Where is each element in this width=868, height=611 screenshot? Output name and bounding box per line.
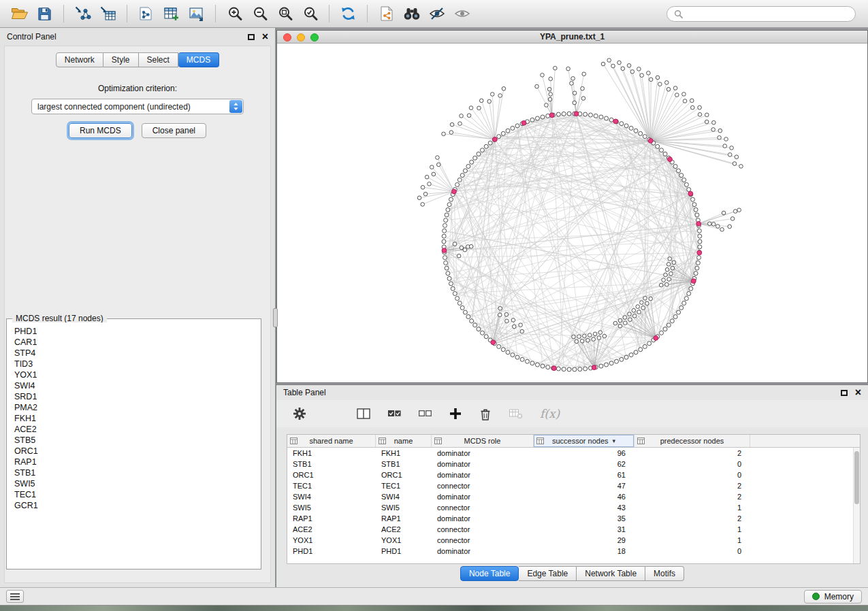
menu-button[interactable] — [6, 590, 24, 603]
close-table-panel-icon[interactable]: × — [855, 389, 861, 396]
close-panel-icon[interactable]: × — [262, 33, 268, 40]
mcds-node-item[interactable]: TID3 — [14, 359, 259, 369]
open-file-icon — [11, 6, 29, 21]
new-network-button[interactable] — [133, 2, 159, 25]
attribute-icon — [434, 437, 442, 444]
table-row[interactable]: SWI5SWI5connector431 — [287, 502, 860, 513]
function-builder-button[interactable]: f(x) — [540, 407, 560, 420]
mcds-node-item[interactable]: PMA2 — [14, 402, 259, 413]
select-all-button[interactable] — [387, 407, 402, 420]
refresh-button[interactable] — [336, 2, 361, 25]
preview-eye-button[interactable] — [449, 2, 475, 25]
close-mcds-panel-button[interactable]: Close panel — [142, 123, 206, 138]
tab-select[interactable]: Select — [139, 52, 178, 67]
optimization-select[interactable]: largest connected component (undirected) — [31, 99, 244, 114]
table-row[interactable]: PHD1PHD1dominator180 — [287, 546, 860, 557]
panel-splitter-handle[interactable] — [273, 308, 278, 327]
open-file-button[interactable] — [7, 2, 32, 25]
column-header-name[interactable]: name — [376, 435, 432, 447]
import-table-disabled-button[interactable] — [509, 407, 524, 420]
mcds-node-item[interactable]: ORC1 — [14, 446, 259, 457]
table-tab-motifs[interactable]: Motifs — [645, 566, 684, 581]
tab-mcds[interactable]: MCDS — [178, 52, 219, 67]
search-input[interactable] — [687, 9, 848, 18]
new-table-icon — [163, 5, 180, 22]
table-row[interactable]: YOX1YOX1connector291 — [287, 535, 860, 546]
mcds-node-item[interactable]: RAP1 — [14, 457, 259, 467]
zoom-fit-button[interactable] — [272, 2, 298, 25]
preview-eye-icon — [453, 6, 471, 21]
column-header-role[interactable]: MCDS role — [432, 435, 534, 447]
table-settings-button[interactable] — [293, 407, 306, 420]
add-column-button[interactable] — [449, 407, 462, 420]
minimize-window-icon[interactable] — [297, 33, 305, 42]
deselect-all-button[interactable] — [418, 407, 432, 420]
tab-style[interactable]: Style — [103, 52, 139, 67]
save-button[interactable] — [32, 2, 57, 25]
table-row[interactable]: RAP1RAP1dominator352 — [287, 513, 860, 524]
zoom-in-button[interactable] — [222, 2, 247, 25]
table-row[interactable]: STB1STB1dominator620 — [287, 459, 860, 469]
network-graph[interactable] — [277, 44, 867, 382]
table-row[interactable]: FKH1FKH1dominator962 — [287, 448, 860, 459]
network-window-titlebar[interactable]: YPA_prune.txt_1 — [277, 31, 867, 44]
float-panel-icon[interactable] — [248, 34, 255, 40]
find-button[interactable] — [399, 2, 424, 25]
table-row[interactable]: ACE2ACE2connector311 — [287, 524, 860, 535]
export-network-button[interactable] — [374, 2, 399, 25]
toolbar-separator — [127, 5, 127, 22]
table-tab-network-table[interactable]: Network Table — [577, 566, 645, 581]
zoom-out-button[interactable] — [247, 2, 272, 25]
cell-successors: 62 — [534, 460, 634, 468]
column-header-predecessors[interactable]: predecessor nodes — [634, 435, 750, 447]
plus-icon — [449, 407, 462, 420]
table-tab-edge-table[interactable]: Edge Table — [519, 566, 577, 581]
cell-shared_name: PHD1 — [287, 547, 376, 555]
mcds-node-item[interactable]: ACE2 — [14, 424, 259, 435]
tab-network[interactable]: Network — [56, 52, 103, 67]
search-field[interactable] — [666, 6, 856, 22]
cell-shared_name: STB1 — [287, 460, 376, 468]
mcds-node-item[interactable]: TEC1 — [14, 489, 259, 500]
mcds-node-item[interactable]: STB5 — [14, 435, 259, 446]
mcds-node-item[interactable]: STP4 — [14, 348, 259, 359]
network-canvas[interactable] — [277, 44, 867, 382]
export-image-button[interactable] — [184, 2, 209, 25]
new-table-button[interactable] — [159, 2, 184, 25]
mcds-node-item[interactable]: GCR1 — [14, 500, 259, 511]
show-columns-button[interactable] — [357, 407, 371, 420]
import-network-button[interactable] — [70, 2, 95, 25]
column-header-successors[interactable]: successor nodes▾ — [534, 435, 634, 447]
toolbar-separator — [367, 5, 368, 22]
table-scrollbar-thumb[interactable] — [854, 451, 859, 504]
close-window-icon[interactable] — [283, 33, 291, 42]
table-tab-node-table[interactable]: Node Table — [460, 566, 519, 581]
memory-button[interactable]: Memory — [804, 590, 862, 604]
float-table-panel-icon[interactable] — [841, 390, 848, 396]
table-row[interactable]: TEC1TEC1connector472 — [287, 480, 860, 491]
mcds-node-item[interactable]: CAR1 — [14, 337, 259, 348]
table-row[interactable]: ORC1ORC1dominator610 — [287, 469, 860, 480]
mcds-node-item[interactable]: YOX1 — [14, 369, 259, 380]
cell-role: dominator — [432, 449, 534, 457]
table-row[interactable]: SWI4SWI4dominator462 — [287, 491, 860, 502]
mcds-node-item[interactable]: STB1 — [14, 467, 259, 478]
zoom-selected-button[interactable] — [298, 2, 323, 25]
mcds-node-item[interactable]: FKH1 — [14, 413, 259, 424]
mcds-node-item[interactable]: SWI5 — [14, 478, 259, 489]
node-table-body: FKH1FKH1dominator962STB1STB1dominator620… — [287, 448, 860, 557]
maximize-window-icon[interactable] — [310, 33, 319, 42]
toolbar-separator — [329, 5, 329, 22]
mcds-node-item[interactable]: PHD1 — [14, 326, 259, 337]
mcds-node-item[interactable]: SWI4 — [14, 380, 259, 391]
mcds-node-item[interactable]: SRD1 — [14, 391, 259, 402]
mcds-result-list[interactable]: PHD1CAR1STP4TID3YOX1SWI4SRD1PMA2FKH1ACE2… — [8, 323, 259, 567]
column-header-shared_name[interactable]: shared name — [287, 435, 376, 447]
run-mcds-button[interactable]: Run MCDS — [69, 123, 132, 138]
style-eye-button[interactable] — [424, 2, 449, 25]
cell-predecessors: 1 — [634, 536, 750, 544]
table-scrollbar[interactable] — [853, 448, 860, 563]
import-table-button[interactable] — [95, 2, 120, 25]
delete-column-button[interactable] — [479, 407, 492, 421]
import-network-file-icon — [74, 5, 91, 22]
